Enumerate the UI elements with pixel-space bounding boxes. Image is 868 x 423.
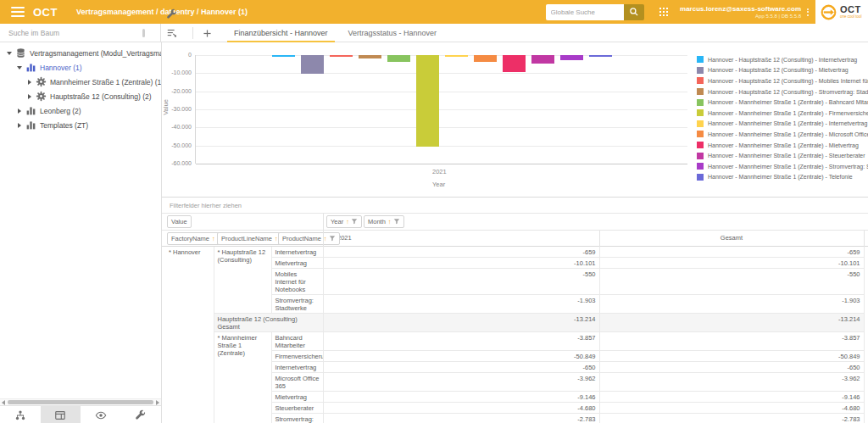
data-field-chip-value[interactable]: Value — [167, 215, 192, 228]
tree-item-3[interactable]: Mannheimer Straße 1 (Zentrale) (1) — [0, 75, 161, 89]
legend-item-9[interactable]: Hannover - Mannheimer Straße 1 (Zentrale… — [697, 140, 868, 151]
tab-2[interactable]: Vertragsstatus - Hannover — [338, 24, 448, 42]
scroll-right-icon[interactable] — [156, 400, 159, 405]
caret-down-icon[interactable] — [5, 52, 14, 55]
y-tick-label: -60.000 — [163, 160, 192, 166]
legend-item-1[interactable]: Hannover - Hauptstraße 12 (Consulting) -… — [697, 54, 868, 65]
hamburger-menu-icon[interactable] — [11, 7, 25, 17]
oct-logo-label: OCT — [840, 5, 862, 14]
cell-productname: Mietvertrag — [271, 258, 323, 269]
legend-item-10[interactable]: Hannover - Mannheimer Straße 1 (Zentrale… — [697, 150, 868, 161]
legend-item-5[interactable]: Hannover - Mannheimer Straße 1 (Zentrale… — [697, 97, 868, 108]
gridline — [196, 127, 687, 128]
legend-label: Hannover - Mannheimer Straße 1 (Zentrale… — [708, 131, 868, 137]
pivot-fields-row: ValueYear↑Month↑ — [162, 214, 868, 231]
global-search-button[interactable] — [624, 4, 644, 20]
gridline — [196, 55, 687, 56]
chart-bar-12[interactable] — [589, 55, 612, 57]
chart-legend: Hannover - Hauptstraße 12 (Consulting) -… — [697, 54, 868, 182]
caret-right-icon[interactable] — [25, 94, 34, 99]
form-view-button[interactable] — [41, 406, 81, 423]
chart-bar-9[interactable] — [503, 55, 526, 72]
filter-funnel-icon[interactable] — [327, 235, 336, 243]
chart-bar-11[interactable] — [560, 55, 583, 60]
caret-right-icon[interactable] — [25, 80, 34, 85]
hierarchy-icon — [14, 409, 26, 421]
sidebar-hscrollbar[interactable] — [0, 398, 161, 405]
chart-bar-8[interactable] — [474, 55, 497, 62]
customize-button[interactable] — [162, 5, 182, 24]
chart-bar-10[interactable] — [531, 55, 554, 64]
tree-item-6[interactable]: Templates (ZT) — [0, 118, 161, 132]
cell-productlinename: * Mannheimer Straße 1 (Zentrale) — [214, 332, 271, 423]
y-tick-label: 0 — [163, 52, 192, 58]
scrollbar-thumb[interactable] — [8, 400, 153, 404]
column-field-chip-month[interactable]: Month↑ — [364, 215, 404, 228]
preview-button[interactable] — [81, 406, 121, 423]
scroll-left-icon[interactable] — [2, 400, 5, 405]
tree-item-label: Templates (ZT) — [40, 121, 88, 130]
column-field-chip-year[interactable]: Year↑ — [326, 215, 362, 228]
legend-item-11[interactable]: Hannover - Mannheimer Straße 1 (Zentrale… — [697, 161, 868, 172]
filter-funnel-icon[interactable] — [392, 218, 400, 226]
caret-down-icon[interactable] — [15, 66, 24, 70]
chart-plot-area — [195, 55, 687, 164]
field-chip-label: FactoryName — [171, 235, 209, 242]
tree-item-1[interactable]: Vertragsmanagement (Modul_Vertragsmanage… — [0, 46, 161, 60]
tree-search-input[interactable] — [0, 29, 136, 37]
user-menu-icon[interactable] — [804, 8, 812, 16]
legend-item-12[interactable]: Hannover - Mannheimer Straße 1 (Zentrale… — [697, 172, 868, 183]
tree-item-5[interactable]: Leonberg (2) — [0, 103, 161, 118]
splitter-handle[interactable] — [142, 29, 145, 37]
field-chip-label: Value — [171, 218, 187, 225]
cell-2021-value: -2.783 — [323, 414, 599, 423]
chart-bar-2[interactable] — [301, 55, 324, 74]
legend-item-7[interactable]: Hannover - Mannheimer Straße 1 (Zentrale… — [697, 119, 868, 130]
global-search-input[interactable] — [546, 4, 624, 20]
cell-gesamt-value: -3.962 — [599, 373, 864, 392]
cell-2021-value: -9.146 — [323, 392, 599, 403]
oct-logo: OCT one cool tool — [815, 0, 868, 25]
chart-bar-4[interactable] — [359, 55, 381, 58]
caret-right-icon[interactable] — [15, 109, 24, 114]
legend-swatch — [697, 77, 704, 84]
chart-bar-6[interactable] — [416, 55, 439, 147]
gear-icon — [36, 76, 47, 87]
tree-search — [0, 24, 161, 42]
tab-1[interactable]: Finanzübersicht - Hannover — [224, 24, 338, 42]
chart-bar-7[interactable] — [445, 55, 468, 57]
row-field-chip-productname[interactable]: ProductName↑ — [278, 232, 340, 245]
gear-icon — [36, 91, 47, 102]
add-tab-button[interactable] — [197, 24, 217, 42]
caret-right-icon[interactable] — [15, 123, 24, 128]
legend-item-2[interactable]: Hannover - Hauptstraße 12 (Consulting) -… — [697, 65, 868, 76]
gridline — [196, 73, 687, 74]
chart-bar-5[interactable] — [387, 55, 410, 62]
apps-grid-icon[interactable] — [659, 8, 669, 17]
tree-item-label: Leonberg (2) — [40, 107, 81, 115]
chart-bar-1[interactable] — [272, 55, 295, 57]
app-root: OCT Vertragsmanagement / dataentry / Han… — [0, 0, 868, 423]
legend-item-3[interactable]: Hannover - Hauptstraße 12 (Consulting) -… — [697, 75, 868, 86]
cell-productname: Steuerberater — [271, 403, 323, 414]
cell-productname: Mobiles Internet für Notebooks — [271, 269, 323, 295]
hierarchy-view-button[interactable] — [0, 406, 41, 423]
y-tick-label: -30.000 — [163, 106, 192, 112]
user-email[interactable]: marcus.lorenz@saxess-software.com — [680, 5, 801, 13]
filter-drop-hint: Filterfelder hierher ziehen — [170, 202, 242, 209]
filter-funnel-icon[interactable] — [349, 218, 358, 226]
column-header-gesamt: Gesamt — [599, 234, 864, 242]
tree-item-2[interactable]: Hannover (1) — [0, 60, 161, 75]
legend-item-8[interactable]: Hannover - Mannheimer Straße 1 (Zentrale… — [697, 129, 868, 140]
legend-label: Hannover - Mannheimer Straße 1 (Zentrale… — [708, 153, 865, 159]
legend-item-4[interactable]: Hannover - Hauptstraße 12 (Consulting) -… — [697, 86, 868, 97]
tree-item-4[interactable]: Hauptstraße 12 (Consulting) (2) — [0, 89, 161, 103]
legend-swatch — [697, 153, 704, 159]
chart-bar-3[interactable] — [330, 55, 353, 57]
legend-item-6[interactable]: Hannover - Mannheimer Straße 1 (Zentrale… — [697, 108, 868, 119]
filter-drop-area[interactable]: Filterfelder hierher ziehen — [162, 198, 868, 214]
settings-button[interactable] — [121, 406, 162, 423]
x-axis-label: Year — [432, 181, 445, 188]
legend-swatch — [697, 131, 704, 137]
format-button[interactable] — [162, 24, 182, 42]
